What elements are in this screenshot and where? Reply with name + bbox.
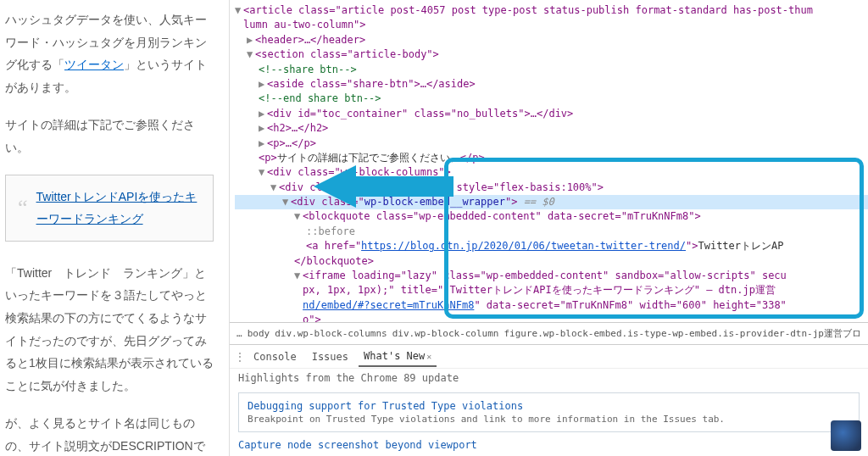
tab-issues[interactable]: Issues (307, 348, 353, 366)
highlights-heading: Highlights from the Chrome 89 update (230, 368, 868, 387)
devtools-panel: ▼<article class="article post-4057 post … (229, 0, 868, 456)
tweetan-link[interactable]: ツイータン (64, 58, 124, 71)
card-title: Debugging support for Trusted Type viola… (248, 400, 850, 412)
decorative-graphic (831, 420, 861, 451)
paragraph: が、よく見るとサイト名は同じものの、サイト説明文がDESCRIPTIONで設定し… (5, 412, 214, 456)
elements-tree[interactable]: ▼<article class="article post-4057 post … (230, 0, 868, 322)
caret-down-icon[interactable]: ▼ (270, 181, 279, 195)
paragraph: サイトの詳細は下記でご参照ください。 (5, 114, 214, 158)
selected-node[interactable]: ▼<div class="wp-block-embed__wrapper"> =… (235, 195, 868, 209)
caret-down-icon[interactable]: ▼ (294, 209, 303, 224)
article-content: ハッシュタグデータを使い、人気キーワード・ハッシュタグを月別ランキング化する「ツ… (0, 0, 229, 456)
caret-down-icon[interactable]: ▼ (247, 47, 255, 62)
close-icon[interactable]: ✕ (426, 352, 431, 361)
caret-right-icon[interactable]: ▶ (259, 136, 267, 151)
embed-title-link[interactable]: TwitterトレンドAPIを使ったキーワードランキング (36, 186, 202, 231)
quote-icon: “ (18, 197, 28, 219)
caret-right-icon[interactable]: ▶ (259, 121, 267, 136)
caret-down-icon[interactable]: ▼ (282, 195, 291, 209)
caret-down-icon[interactable]: ▼ (294, 269, 303, 283)
caret-right-icon[interactable]: ▶ (259, 77, 267, 92)
drawer-tabs: ⋮ Console Issues What's New✕ (230, 344, 868, 368)
caret-right-icon[interactable]: ▶ (259, 107, 267, 121)
caret-down-icon[interactable]: ▼ (259, 165, 267, 180)
tab-whats-new[interactable]: What's New✕ (359, 347, 437, 367)
whats-new-card[interactable]: Debugging support for Trusted Type viola… (238, 392, 860, 432)
kebab-icon[interactable]: ⋮ (235, 351, 243, 363)
paragraph: 「Twitter トレンド ランキング」といったキーワードを３語たしてやっと検索… (5, 262, 214, 398)
paragraph: ハッシュタグデータを使い、人気キーワード・ハッシュタグを月別ランキング化する「ツ… (5, 8, 214, 98)
caret-right-icon[interactable]: ▶ (247, 33, 255, 47)
embed-card[interactable]: “ TwitterトレンドAPIを使ったキーワードランキング (5, 175, 214, 242)
whats-new-card[interactable]: Capture node screenshot beyond viewport (230, 437, 868, 456)
card-desc: Breakpoint on Trusted Type violations an… (248, 414, 850, 425)
tab-console[interactable]: Console (248, 348, 302, 366)
caret-down-icon[interactable]: ▼ (235, 3, 243, 18)
breadcrumb[interactable]: … body div.wp-block-columns div.wp-block… (230, 322, 868, 344)
